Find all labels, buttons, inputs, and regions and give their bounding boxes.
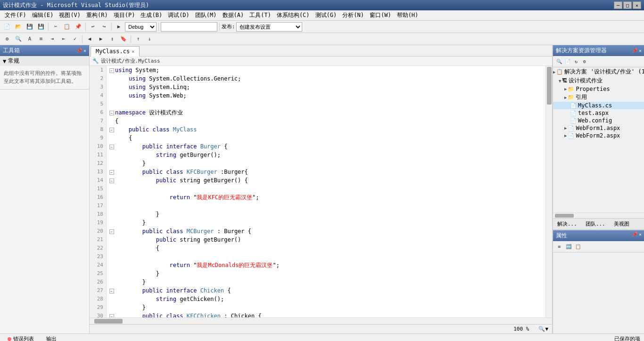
tb2-btn4[interactable]: ≡: [36, 34, 46, 44]
undo-button[interactable]: ↩: [88, 22, 98, 32]
menu-item-b[interactable]: 生成(B): [138, 10, 165, 20]
fold-marker-30[interactable]: −: [109, 314, 114, 317]
menu-item-t[interactable]: 工具(T): [247, 10, 274, 20]
se-webconfig[interactable]: 📄 Web.config: [553, 117, 644, 124]
code-line-22: {: [108, 244, 544, 252]
se-tb-btn1[interactable]: 🔍: [555, 57, 563, 66]
se-tb-btn3[interactable]: ↻: [572, 57, 580, 66]
toolbox-close-icon[interactable]: ✕: [83, 48, 86, 53]
menu-item-e[interactable]: 编辑(E): [29, 10, 57, 20]
output-tab[interactable]: 输出: [42, 334, 60, 341]
tb2-btn1[interactable]: ⚙: [2, 34, 12, 44]
se-webform1[interactable]: ▶ 📄 WebForm1.aspx: [553, 124, 644, 132]
tb2-btn13[interactable]: ↓: [144, 34, 155, 44]
zoom-controls[interactable]: 🔍▼: [538, 326, 548, 332]
menu-item-a[interactable]: 数据(A): [220, 10, 247, 20]
copy-button[interactable]: 📋: [62, 22, 72, 32]
tb2-btn10[interactable]: ↕: [107, 34, 117, 44]
line-number-20: 20: [92, 227, 103, 235]
menu-item-m[interactable]: 团队(M): [192, 10, 220, 20]
line-number-4: 4: [92, 91, 103, 100]
toolbox-section-header[interactable]: ▼ 常规: [0, 56, 89, 66]
menu-item-v[interactable]: 视图(V): [56, 10, 83, 20]
fold-marker-1[interactable]: −: [109, 68, 114, 73]
se-nav-solution[interactable]: 解决...: [553, 219, 581, 229]
menu-item-g[interactable]: 测试(G): [313, 10, 340, 20]
fold-marker-6[interactable]: −: [109, 111, 114, 115]
props-sort-category[interactable]: ≡: [555, 243, 563, 251]
props-sort-alpha[interactable]: 🔤: [564, 243, 573, 251]
props-close-icon[interactable]: ✕: [639, 232, 642, 240]
menu-item-h[interactable]: 帮助(H): [394, 10, 421, 20]
se-project-label: 设计模式作业: [569, 77, 603, 85]
menu-item-r[interactable]: 重构(R): [83, 10, 111, 20]
search-input[interactable]: [161, 22, 217, 32]
code-line-26: }: [108, 278, 544, 286]
new-file-button[interactable]: 📄: [2, 22, 12, 32]
code-line-29: }: [108, 303, 544, 312]
close-button[interactable]: ✕: [633, 1, 641, 9]
se-nav-team[interactable]: 团队...: [581, 219, 610, 229]
start-debug-button[interactable]: ▶: [114, 22, 124, 32]
saved-items-label: 已保存的项: [614, 335, 640, 341]
tb2-btn9[interactable]: ▶: [96, 34, 106, 44]
code-editor[interactable]: −using System; using System.Collections.…: [107, 66, 545, 317]
paste-button[interactable]: 📌: [73, 22, 83, 32]
fold-marker-10[interactable]: −: [109, 145, 114, 149]
separator7: [131, 35, 131, 43]
se-title: 解决方案资源管理器: [556, 47, 607, 55]
menu-item-c[interactable]: 体系结构(C): [274, 10, 313, 20]
tb2-btn6[interactable]: ⇤: [58, 34, 69, 44]
publish-select[interactable]: 创建发布设置: [236, 22, 302, 32]
se-webform2[interactable]: ▶ 📄 WebForm2.aspx: [553, 132, 644, 139]
se-pin-icon[interactable]: 📌: [632, 48, 637, 53]
editor-scrollbar[interactable]: [545, 66, 552, 317]
fold-marker-13[interactable]: −: [109, 170, 114, 175]
tb2-btn2[interactable]: 🔍: [13, 34, 24, 44]
se-tb-btn2[interactable]: 📄: [563, 57, 572, 66]
se-close-icon[interactable]: ✕: [639, 48, 642, 53]
open-button[interactable]: 📂: [13, 22, 24, 32]
tb2-btn11[interactable]: 🔖: [118, 34, 129, 44]
fold-marker-14[interactable]: −: [109, 179, 114, 183]
se-nav-view[interactable]: 美视图: [610, 219, 634, 229]
se-hscroll[interactable]: [553, 212, 644, 218]
save-all-button[interactable]: 💾: [36, 22, 46, 32]
menu-item-w[interactable]: 窗口(W): [367, 10, 394, 20]
tab-close-button[interactable]: ×: [132, 49, 134, 54]
maximize-button[interactable]: □: [623, 1, 632, 9]
menu-item-n[interactable]: 分析(N): [339, 10, 367, 20]
save-button[interactable]: 💾: [25, 22, 35, 32]
se-properties[interactable]: ▶ 📁 Properties: [553, 85, 644, 93]
toolbox-pin-icon[interactable]: 📌: [76, 48, 82, 53]
props-pin-icon[interactable]: 📌: [632, 232, 637, 240]
menu-item-f[interactable]: 文件(F): [2, 10, 29, 20]
fold-marker-27[interactable]: −: [109, 289, 114, 293]
tb2-btn5[interactable]: ⇥: [47, 34, 58, 44]
tb2-btn7[interactable]: ✓: [70, 34, 80, 44]
se-myclass[interactable]: 📄 MyClass.cs: [553, 102, 644, 109]
se-references[interactable]: ▶ 📁 引用: [553, 93, 644, 102]
fold-marker-8[interactable]: −: [109, 128, 114, 132]
props-properties-btn[interactable]: 📋: [574, 243, 582, 251]
se-testaspx[interactable]: 📄 test.aspx: [553, 109, 644, 117]
tb2-btn8[interactable]: ◀: [84, 34, 95, 44]
error-list-tab[interactable]: 错误列表: [4, 334, 38, 341]
debug-mode-select[interactable]: Debug Release: [125, 22, 157, 32]
redo-button[interactable]: ↪: [99, 22, 109, 32]
minimize-button[interactable]: ─: [614, 1, 622, 9]
fold-marker-20[interactable]: −: [109, 229, 114, 234]
se-webform2-label: WebForm2.aspx: [576, 132, 620, 139]
editor-hscroll[interactable]: [90, 317, 552, 324]
se-tb-btn4[interactable]: ⚙: [580, 57, 589, 66]
props-content: [553, 252, 644, 333]
code-line-17: [108, 202, 544, 210]
menu-item-d[interactable]: 调试(D): [165, 10, 192, 20]
se-solution-root[interactable]: ▶ 📋 解决方案 '设计模式/作业' (1 个: [553, 67, 644, 76]
cut-button[interactable]: ✂: [50, 22, 61, 32]
menu-item-p[interactable]: 项目(P): [111, 10, 138, 20]
tb2-btn12[interactable]: ↑: [133, 34, 143, 44]
editor-tab-myclass[interactable]: MyClass.cs ×: [91, 46, 140, 57]
tb2-btn3[interactable]: A: [25, 34, 35, 44]
se-project[interactable]: ▼ 🏗 设计模式作业: [553, 76, 644, 85]
